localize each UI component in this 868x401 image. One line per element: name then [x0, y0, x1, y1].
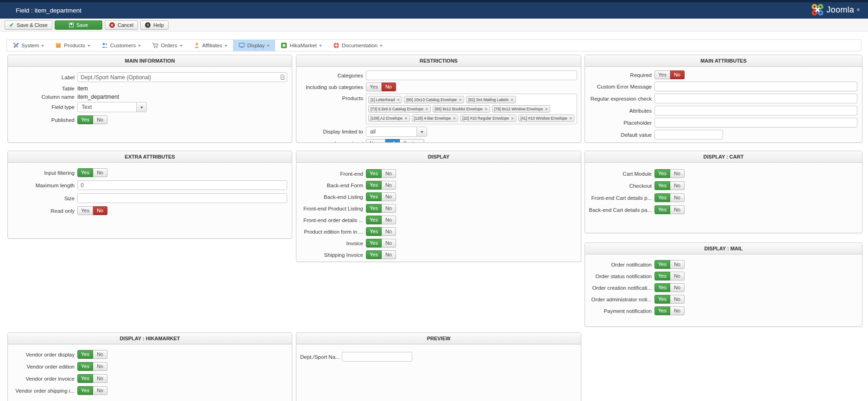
menu-item-display[interactable]: Display	[233, 40, 276, 51]
field-type-select[interactable]: Text	[77, 102, 147, 112]
yes-button[interactable]: Yes	[366, 250, 382, 259]
required-yes-button[interactable]: Yes	[654, 70, 670, 79]
no-button[interactable]: No	[382, 239, 396, 248]
translate-icon[interactable]	[281, 75, 284, 80]
custom-error-input[interactable]	[654, 82, 857, 91]
remove-chip-icon[interactable]: ✕	[459, 98, 462, 102]
no-button[interactable]: No	[670, 272, 685, 280]
yes-button[interactable]: Yes	[654, 169, 670, 178]
remove-chip-icon[interactable]: ✕	[404, 116, 408, 121]
yes-button[interactable]: Yes	[366, 239, 382, 248]
display-limited-select[interactable]: all	[366, 127, 427, 137]
menu-item-hikamarket[interactable]: HikaMarket	[275, 40, 327, 51]
yes-button[interactable]: Yes	[366, 204, 382, 213]
yes-button[interactable]: Yes	[77, 374, 93, 383]
no-button[interactable]: No	[670, 205, 685, 214]
menu-item-system[interactable]: System	[7, 40, 50, 51]
attributes-input[interactable]	[654, 106, 857, 115]
yes-button[interactable]: Yes	[77, 350, 93, 359]
help-button[interactable]: ? Help	[140, 20, 169, 30]
no-button[interactable]: No	[670, 169, 685, 178]
published-no-button[interactable]: No	[93, 115, 107, 124]
yes-button[interactable]: Yes	[366, 181, 382, 190]
yes-button[interactable]: Yes	[654, 193, 670, 202]
menu-item-orders[interactable]: Orders	[146, 40, 188, 51]
product-chip[interactable]: [60] 10x13 Catalog Envelope✕	[404, 96, 464, 103]
product-chip[interactable]: [22] #10 Regular Envelope✕	[460, 115, 516, 122]
access-none-button[interactable]: None	[366, 139, 385, 143]
remove-chip-icon[interactable]: ✕	[511, 116, 514, 121]
yes-button[interactable]: Yes	[366, 169, 382, 178]
product-chip[interactable]: [1] Letterhead✕	[368, 96, 402, 103]
no-button[interactable]: No	[93, 350, 107, 359]
access-all-button[interactable]: all	[385, 139, 400, 143]
no-button[interactable]: No	[382, 169, 396, 178]
published-yes-button[interactable]: Yes	[77, 115, 93, 124]
yes-button[interactable]: Yes	[77, 362, 93, 371]
yes-button[interactable]: Yes	[366, 192, 382, 201]
read-only-yes-button[interactable]: Yes	[77, 206, 93, 215]
input-filtering-yes-button[interactable]: Yes	[77, 168, 93, 177]
preview-field-input[interactable]	[342, 352, 412, 362]
yes-button[interactable]: Yes	[654, 295, 670, 304]
yes-button[interactable]: Yes	[654, 306, 670, 315]
no-button[interactable]: No	[670, 295, 685, 304]
remove-chip-icon[interactable]: ✕	[569, 116, 572, 121]
yes-button[interactable]: Yes	[654, 181, 670, 190]
remove-chip-icon[interactable]: ✕	[545, 107, 548, 111]
no-button[interactable]: No	[382, 192, 396, 201]
no-button[interactable]: No	[670, 193, 685, 202]
product-chip[interactable]: [108] A2 Envelope✕	[368, 115, 410, 122]
menu-item-products[interactable]: Products	[50, 40, 95, 51]
max-length-input[interactable]	[77, 180, 287, 190]
yes-button[interactable]: Yes	[366, 227, 382, 236]
remove-chip-icon[interactable]: ✕	[453, 116, 456, 121]
access-custom-button[interactable]: Custom	[400, 139, 424, 143]
no-button[interactable]: No	[382, 181, 396, 190]
remove-chip-icon[interactable]: ✕	[396, 98, 400, 102]
yes-button[interactable]: Yes	[654, 283, 670, 292]
yes-button[interactable]: Yes	[366, 216, 382, 224]
product-chip[interactable]: [73] 6.5x9.5 Catalog Envelope✕	[368, 105, 431, 113]
label-input[interactable]	[77, 72, 287, 82]
remove-chip-icon[interactable]: ✕	[510, 98, 514, 102]
yes-button[interactable]: Yes	[77, 386, 93, 395]
size-input[interactable]	[77, 193, 287, 203]
product-chip[interactable]: [128] 4-Bar Envelope✕	[412, 115, 459, 122]
menu-item-documentation[interactable]: Documentation	[327, 40, 388, 51]
remove-chip-icon[interactable]: ✕	[425, 107, 428, 111]
menu-item-customers[interactable]: Customers	[96, 40, 147, 51]
menu-item-affiliates[interactable]: Affiliates	[188, 40, 233, 51]
no-button[interactable]: No	[382, 227, 396, 236]
regex-input[interactable]	[654, 94, 857, 103]
no-button[interactable]: No	[670, 306, 685, 315]
categories-input[interactable]	[366, 70, 577, 80]
yes-button[interactable]: Yes	[654, 205, 670, 214]
yes-button[interactable]: Yes	[654, 272, 670, 280]
product-chip[interactable]: [41] #10 Window Envelope✕	[518, 115, 575, 122]
required-no-button[interactable]: No	[670, 70, 685, 79]
product-chip[interactable]: [79] 9x12 Window Envelope✕	[492, 105, 550, 113]
input-filtering-no-button[interactable]: No	[93, 168, 107, 177]
no-button[interactable]: No	[382, 250, 396, 259]
save-close-button[interactable]: ✔ Save & Close	[5, 20, 52, 30]
save-button[interactable]: Save	[55, 20, 102, 30]
no-button[interactable]: No	[382, 204, 396, 213]
no-button[interactable]: No	[670, 283, 685, 292]
remove-chip-icon[interactable]: ✕	[484, 107, 488, 111]
no-button[interactable]: No	[670, 260, 685, 269]
product-chip[interactable]: [85] 9x12 Booklet Envelope✕	[433, 105, 490, 113]
sub-categories-yes-button[interactable]: Yes	[366, 83, 382, 91]
no-button[interactable]: No	[93, 386, 107, 395]
default-value-input[interactable]	[654, 130, 723, 140]
products-chip-box[interactable]: [1] Letterhead✕ [60] 10x13 Catalog Envel…	[366, 94, 577, 124]
cancel-button[interactable]: ✕ Cancel	[105, 20, 138, 30]
product-chip[interactable]: [91] 3x4 Mailing Labels✕	[466, 96, 516, 103]
no-button[interactable]: No	[670, 181, 685, 190]
sub-categories-no-button[interactable]: No	[382, 83, 396, 91]
yes-button[interactable]: Yes	[654, 260, 670, 269]
no-button[interactable]: No	[382, 216, 396, 224]
no-button[interactable]: No	[93, 362, 107, 371]
no-button[interactable]: No	[93, 374, 107, 383]
placeholder-input[interactable]	[654, 118, 857, 127]
